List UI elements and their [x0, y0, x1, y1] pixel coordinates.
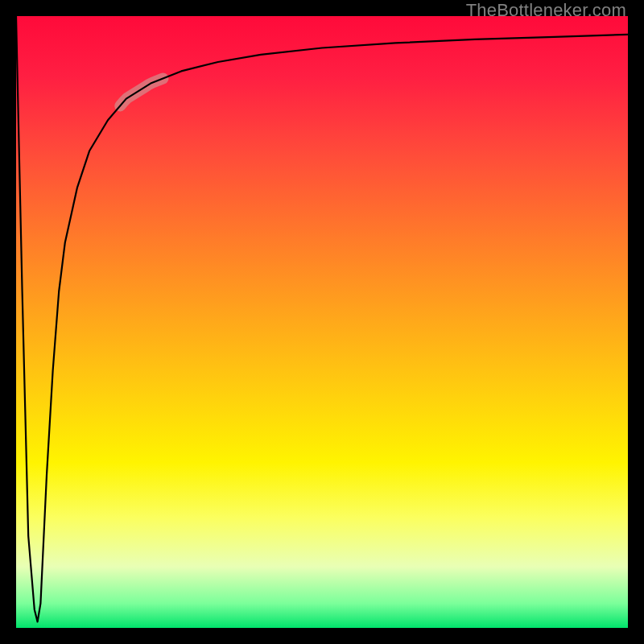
watermark-text: TheBottleneker.com: [466, 0, 626, 21]
curve-highlight-segment: [120, 79, 163, 106]
bottleneck-curve: [16, 16, 628, 621]
curve-layer: [16, 16, 628, 628]
plot-area: [16, 16, 628, 628]
chart-root: TheBottleneker.com: [0, 0, 644, 644]
